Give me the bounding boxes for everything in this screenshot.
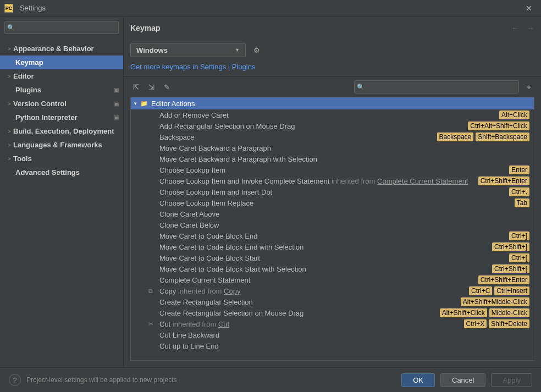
shortcut-list: Ctrl+. — [509, 187, 529, 196]
shortcut-badge: Middle-Click — [489, 308, 529, 317]
action-row[interactable]: Add or Remove CaretAlt+Click — [131, 109, 534, 120]
shortcut-list: Ctrl+Shift+[ — [492, 264, 529, 273]
sidebar-item-plugins[interactable]: Plugins▣ — [0, 83, 123, 97]
keymap-toolbar: ⇱ ⇲ ✎ 🔍 ⌖ — [124, 76, 541, 97]
action-label: Cut Line Backward — [159, 331, 529, 339]
action-label: Clone Caret Above — [159, 210, 529, 218]
project-icon: ▣ — [111, 114, 119, 120]
action-tree[interactable]: ▾ 📁 Editor Actions Add or Remove CaretAl… — [130, 97, 534, 361]
action-row[interactable]: Move Caret Backward a Paragraph with Sel… — [131, 153, 534, 164]
sidebar-item-languages-frameworks[interactable]: >Languages & Frameworks — [0, 138, 123, 152]
nav-back-icon[interactable]: ← — [511, 24, 519, 32]
action-search-input[interactable] — [354, 80, 519, 93]
sidebar-item-advanced-settings[interactable]: Advanced Settings — [0, 165, 123, 179]
action-row[interactable]: Complete Current StatementCtrl+Shift+Ent… — [131, 274, 534, 285]
action-row[interactable]: Create Rectangular Selection on Mouse Dr… — [131, 307, 534, 318]
find-by-shortcut-icon[interactable]: ⌖ — [523, 81, 534, 93]
shortcut-badge: Ctrl+] — [509, 231, 529, 240]
chevron-right-icon: > — [5, 101, 13, 107]
sidebar-item-python-interpreter[interactable]: Python Interpreter▣ — [0, 111, 123, 124]
collapse-all-icon[interactable]: ⇲ — [146, 81, 157, 93]
sidebar-item-appearance-behavior[interactable]: >Appearance & Behavior — [0, 42, 123, 56]
shortcut-badge: Enter — [509, 165, 529, 174]
action-row[interactable]: ✂Cut inherited from CutCtrl+XShift+Delet… — [131, 318, 534, 329]
chevron-right-icon: > — [5, 129, 13, 134]
action-row[interactable]: Move Caret to Code Block End with Select… — [131, 241, 534, 252]
sidebar-item-label: Keymap — [15, 58, 119, 67]
shortcut-badge: Ctrl+[ — [509, 253, 529, 262]
dialog-footer: ? Project-level settings will be applied… — [0, 367, 541, 392]
keymap-dropdown[interactable]: Windows ▼ — [130, 43, 246, 57]
action-label: Choose Lookup Item — [159, 166, 509, 174]
shortcut-list: Alt+Shift+Middle-Click — [461, 297, 529, 306]
shortcut-list: Ctrl+Shift+] — [492, 242, 529, 251]
action-row[interactable]: Cut up to Line End — [131, 340, 534, 351]
action-label: Cut up to Line End — [159, 342, 529, 350]
action-label: Cut inherited from Cut — [159, 320, 464, 328]
action-row[interactable]: Move Caret Backward a Paragraph — [131, 142, 534, 153]
shortcut-list: Enter — [509, 165, 529, 174]
expand-all-icon[interactable]: ⇱ — [130, 81, 141, 93]
action-label: Add or Remove Caret — [159, 111, 499, 119]
sidebar-item-version-control[interactable]: >Version Control▣ — [0, 97, 123, 111]
action-label: Create Rectangular Selection on Mouse Dr… — [159, 309, 440, 317]
action-row[interactable]: Move Caret to Code Block Start with Sele… — [131, 263, 534, 274]
action-label: Choose Lookup Item and Invoke Complete S… — [159, 177, 478, 185]
action-label: Choose Lookup Item and Insert Dot — [159, 188, 509, 196]
shortcut-badge: Ctrl+Shift+] — [492, 242, 529, 251]
action-label: Move Caret Backward a Paragraph — [159, 144, 529, 152]
shortcut-badge: Ctrl+. — [509, 187, 529, 196]
action-row[interactable]: Create Rectangular SelectionAlt+Shift+Mi… — [131, 296, 534, 307]
sidebar-search-input[interactable] — [4, 21, 119, 34]
inherited-link[interactable]: Cut — [218, 320, 229, 328]
shortcut-badge: Ctrl+Alt+Shift+Click — [468, 122, 529, 130]
sidebar-item-label: Version Control — [13, 100, 111, 108]
action-row[interactable]: Choose Lookup Item ReplaceTab — [131, 197, 534, 208]
action-row[interactable]: Cut Line Backward — [131, 329, 534, 340]
apply-button[interactable]: Apply — [491, 373, 532, 387]
sidebar-item-tools[interactable]: >Tools — [0, 152, 123, 165]
search-icon: 🔍 — [357, 84, 365, 91]
sidebar-item-label: Python Interpreter — [15, 113, 111, 122]
nav-forward-icon[interactable]: → — [527, 24, 534, 32]
action-row[interactable]: BackspaceBackspaceShift+Backspace — [131, 131, 534, 142]
sidebar-item-editor[interactable]: >Editor — [0, 69, 123, 83]
action-label: Move Caret to Code Block End — [159, 232, 509, 240]
action-label: Create Rectangular Selection — [159, 298, 461, 306]
action-row[interactable]: ⧉Copy inherited from CopyCtrl+CCtrl+Inse… — [131, 285, 534, 296]
help-icon[interactable]: ? — [9, 374, 21, 386]
cancel-button[interactable]: Cancel — [440, 373, 485, 387]
shortcut-badge: Ctrl+X — [464, 319, 487, 328]
sidebar-item-build-execution-deployment[interactable]: >Build, Execution, Deployment — [0, 124, 123, 138]
action-row[interactable]: Add Rectangular Selection on Mouse DragC… — [131, 120, 534, 131]
action-row[interactable]: Choose Lookup Item and Invoke Complete S… — [131, 175, 534, 186]
project-icon: ▣ — [111, 101, 119, 107]
ok-button[interactable]: OK — [401, 373, 435, 387]
action-row[interactable]: Choose Lookup ItemEnter — [131, 164, 534, 175]
gear-icon[interactable]: ⚙ — [251, 44, 262, 57]
edit-icon[interactable]: ✎ — [161, 81, 172, 93]
sidebar-item-keymap[interactable]: Keymap — [0, 56, 123, 69]
action-row[interactable]: Move Caret to Code Block StartCtrl+[ — [131, 252, 534, 263]
chevron-right-icon: > — [5, 156, 13, 162]
shortcut-list: Ctrl+XShift+Delete — [464, 319, 529, 328]
action-label: Choose Lookup Item Replace — [159, 199, 515, 207]
shortcut-badge: Shift+Backspace — [476, 132, 529, 141]
shortcut-list: Ctrl+[ — [509, 253, 529, 262]
inherited-link[interactable]: Complete Current Statement — [377, 177, 468, 185]
shortcut-badge: Alt+Click — [499, 111, 529, 119]
tree-group-header[interactable]: ▾ 📁 Editor Actions — [131, 97, 534, 109]
close-icon[interactable]: ✕ — [521, 2, 537, 15]
shortcut-badge: Ctrl+C — [469, 286, 492, 295]
shortcut-list: BackspaceShift+Backspace — [437, 132, 529, 141]
action-row[interactable]: Clone Caret Above — [131, 208, 534, 219]
action-row[interactable]: Clone Caret Below — [131, 219, 534, 230]
inherited-link[interactable]: Copy — [224, 287, 240, 295]
action-row[interactable]: Move Caret to Code Block EndCtrl+] — [131, 230, 534, 241]
shortcut-list: Ctrl+Shift+Enter — [478, 176, 529, 185]
chevron-right-icon: > — [5, 74, 13, 79]
action-row[interactable]: Choose Lookup Item and Insert DotCtrl+. — [131, 186, 534, 197]
get-more-keymaps-link[interactable]: Get more keymaps in Settings | Plugins — [130, 63, 255, 71]
action-label: Complete Current Statement — [159, 276, 478, 284]
action-label: Add Rectangular Selection on Mouse Drag — [159, 122, 468, 130]
